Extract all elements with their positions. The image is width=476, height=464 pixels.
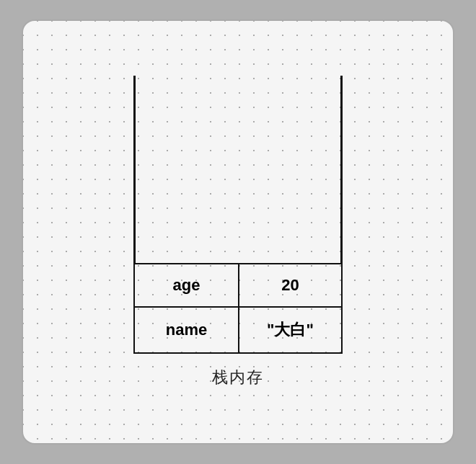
table-row: name "大白" [135, 308, 341, 352]
stack-rows: age 20 name "大白" [133, 263, 343, 354]
name-value-label: "大白" [267, 319, 314, 341]
stack-diagram: age 20 name "大白" [133, 76, 343, 388]
stack-empty-space [136, 76, 340, 263]
name-key-label: name [166, 321, 207, 339]
table-row: age 20 [135, 264, 341, 308]
name-value-cell: "大白" [239, 308, 341, 352]
card: age 20 name "大白" [22, 19, 454, 445]
age-key-cell: age [135, 264, 239, 306]
stack-container: age 20 name "大白" [133, 76, 343, 354]
right-border [340, 76, 343, 263]
stack-open-top [133, 76, 343, 263]
age-value-label: 20 [281, 276, 299, 295]
age-value-cell: 20 [239, 264, 341, 306]
stack-label: 栈内存 [212, 367, 264, 388]
name-key-cell: name [135, 308, 239, 352]
diagram-content: age 20 name "大白" [23, 21, 453, 443]
age-key-label: age [173, 276, 200, 295]
